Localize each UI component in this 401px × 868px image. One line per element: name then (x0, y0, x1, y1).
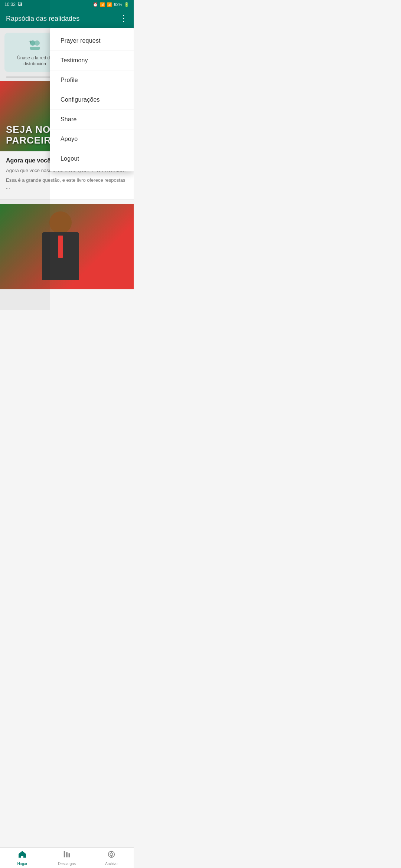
app-wrapper: 10:32 🖼 ⏰ 📶 📶 62% 🔋 Rapsódia das realida… (0, 0, 134, 310)
menu-icon[interactable]: ⋮ (120, 14, 128, 23)
wifi-icon: 📶 (100, 2, 105, 7)
person-tie (58, 236, 63, 258)
battery-icon: 🔋 (124, 2, 129, 7)
menu-item-prayer-request[interactable]: Prayer request (50, 31, 134, 51)
dropdown-menu: Prayer request Testimony Profile Configu… (50, 28, 134, 171)
alarm-icon: ⏰ (93, 2, 98, 7)
menu-item-apoyo[interactable]: Apoyo (50, 129, 134, 149)
menu-item-logout[interactable]: Logout (50, 149, 134, 168)
dropdown-dim[interactable] (0, 0, 50, 310)
status-right: ⏰ 📶 📶 62% 🔋 (93, 2, 129, 7)
menu-item-configuracoes[interactable]: Configurações (50, 90, 134, 110)
battery-level: 62% (114, 2, 122, 7)
signal-icon: 📶 (107, 2, 112, 7)
menu-item-testimony[interactable]: Testimony (50, 51, 134, 70)
menu-item-share[interactable]: Share (50, 110, 134, 129)
person-head (49, 211, 72, 234)
menu-item-profile[interactable]: Profile (50, 70, 134, 90)
